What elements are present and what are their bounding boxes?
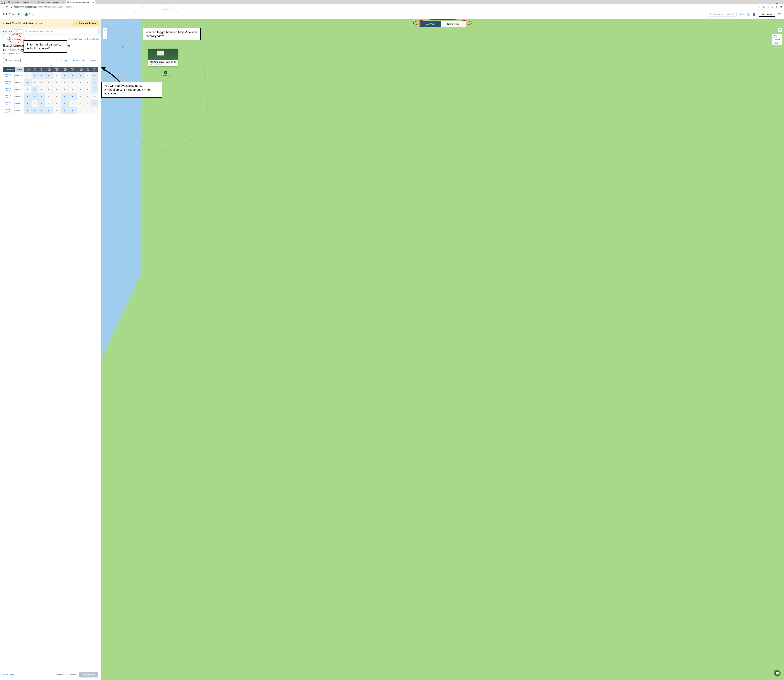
availability-cell[interactable]: R: [31, 100, 38, 107]
availability-cell[interactable]: A: [38, 100, 45, 107]
group-cell[interactable]: Ausabl •••: [14, 100, 24, 107]
col-day[interactable]: FRI12▲▼: [31, 67, 38, 72]
availability-cell[interactable]: R: [77, 79, 85, 86]
close-icon[interactable]: ✕: [175, 49, 177, 52]
map-view-tab[interactable]: Map View: [419, 21, 441, 27]
availability-cell[interactable]: R: [45, 100, 53, 107]
availability-cell[interactable]: A: [69, 107, 77, 114]
availability-cell[interactable]: A: [77, 72, 85, 79]
availability-cell[interactable]: R: [61, 79, 69, 86]
next-days-button[interactable]: 5 Days ›: [91, 60, 98, 61]
availability-cell[interactable]: A: [38, 72, 45, 79]
col-sites[interactable]: Sites▲▼: [3, 67, 14, 72]
availability-cell[interactable]: R: [38, 86, 45, 93]
col-day[interactable]: SAT20▲▼: [91, 67, 98, 72]
availability-cell[interactable]: R: [85, 79, 91, 86]
availability-cell[interactable]: A: [31, 72, 38, 79]
col-day[interactable]: FRI19▲▼: [85, 67, 91, 72]
layer-map[interactable]: Map: [772, 34, 782, 38]
availability-cell[interactable]: A: [38, 93, 45, 100]
col-day[interactable]: WED17▲▼: [69, 67, 77, 72]
availability-cell[interactable]: R: [77, 107, 85, 114]
availability-cell[interactable]: R: [45, 86, 53, 93]
collections-icon[interactable]: ⊕: [776, 6, 778, 8]
expand-table-button[interactable]: ⤢Expand Table: [85, 38, 99, 40]
col-day[interactable]: THU11▲▼: [24, 67, 32, 72]
new-tab-button[interactable]: ＋: [96, 0, 101, 4]
availability-cell[interactable]: R: [85, 93, 91, 100]
reader-icon[interactable]: A⁺: [759, 6, 761, 8]
menu-icon[interactable]: [778, 13, 781, 16]
availability-cell[interactable]: A: [45, 72, 53, 79]
availability-cell[interactable]: R: [53, 100, 61, 107]
availability-cell[interactable]: A: [24, 100, 32, 107]
browser-tab[interactable]: Backcountry Camping - Pictured ✕: [6, 0, 36, 4]
availability-cell[interactable]: R: [24, 86, 32, 93]
browser-tab[interactable]: How to Make a Backcountry Cam ✕: [36, 0, 66, 4]
col-day[interactable]: THU18▲▼: [77, 67, 85, 72]
availability-cell[interactable]: A: [24, 79, 32, 86]
group-cell[interactable]: Ausabl •••: [14, 72, 24, 79]
layer-satellite[interactable]: Satellite: [772, 38, 782, 41]
availability-cell[interactable]: R: [85, 72, 91, 79]
site-name-cell[interactable]: AuSable East 3: [3, 86, 14, 93]
availability-cell[interactable]: R: [77, 93, 85, 100]
zoom-out-button[interactable]: −: [103, 32, 107, 36]
availability-cell[interactable]: A: [61, 107, 69, 114]
availability-cell[interactable]: A: [24, 107, 32, 114]
cart-icon[interactable]: 🛒: [746, 13, 749, 16]
north-button[interactable]: ▲: [103, 36, 107, 39]
prev-days-button[interactable]: ‹ 5 Days: [60, 60, 67, 61]
col-day[interactable]: SAT13▲▼: [38, 67, 45, 72]
refresh-table-button[interactable]: ⟳Refresh Table: [69, 38, 82, 40]
col-day[interactable]: TUE16▲▼: [61, 67, 69, 72]
availability-cell[interactable]: A: [24, 93, 32, 100]
global-search-input[interactable]: 🔍 What are you looking for?: [708, 12, 737, 16]
availability-cell[interactable]: R: [38, 79, 45, 86]
availability-cell[interactable]: R: [91, 107, 98, 114]
site-name-cell[interactable]: AuSable East 1: [3, 72, 14, 79]
availability-cell[interactable]: R: [53, 107, 61, 114]
fullscreen-button[interactable]: ⛶: [778, 28, 782, 33]
availability-cell[interactable]: R: [53, 79, 61, 86]
availability-cell[interactable]: A: [91, 100, 98, 107]
availability-cell[interactable]: A: [69, 72, 77, 79]
help-link[interactable]: Help: [740, 13, 743, 16]
availability-cell[interactable]: R: [69, 100, 77, 107]
availability-cell[interactable]: A: [38, 107, 45, 114]
show-legend-link[interactable]: Show legend: [3, 674, 14, 676]
col-group[interactable]: Group▲▼: [14, 67, 24, 72]
browser-tab-active[interactable]: Pictured Rocks National Lakesho ✕: [66, 0, 96, 4]
chat-button[interactable]: 💬: [774, 670, 781, 677]
site-name-cell[interactable]: AuSable East 6: [3, 107, 14, 114]
site-name-cell[interactable]: AuSable East 4: [3, 93, 14, 100]
availability-cell[interactable]: R: [85, 100, 91, 107]
close-icon[interactable]: ✕: [63, 1, 64, 3]
group-cell[interactable]: Ausabl •••: [14, 79, 24, 86]
favorite-add-icon[interactable]: ✩: [771, 6, 773, 8]
group-cell[interactable]: Ausabl •••: [14, 93, 24, 100]
back-icon[interactable]: ←: [2, 6, 4, 8]
availability-cell[interactable]: R: [45, 93, 53, 100]
user-avatar-icon[interactable]: 👤: [753, 13, 756, 16]
show-notification-button[interactable]: ⌄ Show Notification: [73, 20, 99, 26]
availability-cell[interactable]: A: [61, 100, 69, 107]
col-day[interactable]: MON15▲▼: [53, 67, 61, 72]
availability-cell[interactable]: R: [45, 79, 53, 86]
site-name-cell[interactable]: AuSable East 5: [3, 100, 14, 107]
minimize-icon[interactable]: —: [776, 2, 778, 4]
date-picker[interactable]: 📅 05/11/2023: [3, 58, 20, 63]
availability-cell[interactable]: R: [69, 86, 77, 93]
itinerary-view-tab[interactable]: Itinerary View: [441, 21, 466, 27]
availability-cell[interactable]: R: [77, 86, 85, 93]
availability-cell[interactable]: R: [91, 93, 98, 100]
group-size-input[interactable]: [14, 29, 22, 33]
profile-icon[interactable]: 👤: [780, 6, 782, 8]
site-search-input[interactable]: 🔍 Search Site Number or Loop: [24, 29, 99, 34]
url-field[interactable]: 🔒 https://www.recreation.gov/camping/cam…: [10, 6, 73, 8]
map-marker[interactable]: 🚶 Cliffs Group: [162, 71, 170, 76]
availability-cell[interactable]: R: [53, 93, 61, 100]
site-logo[interactable]: RECREATI🌲N.gov: [3, 12, 36, 16]
availability-cell[interactable]: A: [31, 93, 38, 100]
availability-cell[interactable]: A: [91, 79, 98, 86]
